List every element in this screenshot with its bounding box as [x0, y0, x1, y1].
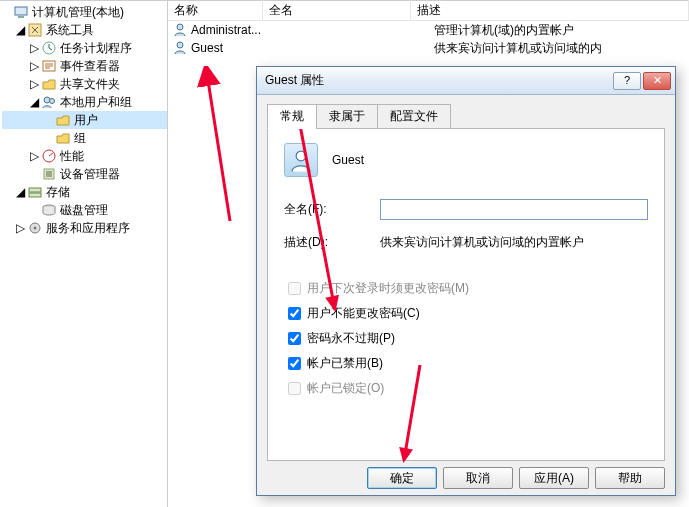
chk-label: 密码永不过期(P) [307, 330, 395, 347]
col-full[interactable]: 全名 [263, 0, 411, 21]
chk-label: 用户不能更改密码(C) [307, 305, 420, 322]
help-button-bottom[interactable]: 帮助 [595, 467, 665, 489]
chk-cannotchange-box[interactable] [288, 307, 301, 320]
list-header[interactable]: 名称 全名 描述 [168, 1, 689, 21]
tree-label: 性能 [60, 148, 84, 165]
svg-rect-0 [15, 7, 27, 15]
description-row: 描述(D): 供来宾访问计算机或访问域的内置帐户 [284, 234, 648, 251]
tree-label: 存储 [46, 184, 70, 201]
col-desc[interactable]: 描述 [411, 0, 689, 21]
tab-memberof[interactable]: 隶属于 [316, 104, 378, 129]
dialog-title: Guest 属性 [265, 72, 611, 89]
tree-root[interactable]: 计算机管理(本地) [2, 3, 167, 21]
chk-cannotchange[interactable]: 用户不能更改密码(C) [284, 304, 648, 323]
chk-mustchange: 用户下次登录时须更改密码(M) [284, 279, 648, 298]
tree-label: 系统工具 [46, 22, 94, 39]
tab-profile[interactable]: 配置文件 [377, 104, 451, 129]
cell-name: Guest [191, 41, 286, 55]
description-label: 描述(D): [284, 234, 380, 251]
collapse-icon: ◢ [30, 98, 39, 107]
tree-label: 任务计划程序 [60, 40, 132, 57]
cancel-button[interactable]: 取消 [443, 467, 513, 489]
fullname-input[interactable] [380, 199, 648, 220]
tree-label: 计算机管理(本地) [32, 4, 124, 21]
tree-label: 共享文件夹 [60, 76, 120, 93]
device-icon [41, 166, 57, 182]
twisty-icon [44, 116, 53, 125]
tree-label: 用户 [74, 112, 98, 129]
expand-icon: ▷ [16, 224, 25, 233]
chk-label: 帐户已禁用(B) [307, 355, 383, 372]
cell-desc: 供来宾访问计算机或访问域的内 [434, 40, 689, 57]
tree-perf[interactable]: ▷ 性能 [2, 147, 167, 165]
expand-icon: ▷ [30, 62, 39, 71]
tab-panel-general: Guest 全名(F): 描述(D): 供来宾访问计算机或访问域的内置帐户 用户… [267, 128, 665, 461]
chk-label: 帐户已锁定(O) [307, 380, 384, 397]
svg-point-5 [44, 97, 50, 103]
help-button[interactable]: ? [613, 72, 641, 90]
tree-label: 服务和应用程序 [46, 220, 130, 237]
chk-neverexpire[interactable]: 密码永不过期(P) [284, 329, 648, 348]
ok-button[interactable]: 确定 [367, 467, 437, 489]
col-name[interactable]: 名称 [168, 0, 263, 21]
svg-rect-11 [29, 193, 41, 197]
svg-rect-1 [18, 16, 24, 18]
tree-diskmgmt[interactable]: 磁盘管理 [2, 201, 167, 219]
tree-users[interactable]: 用户 [2, 111, 167, 129]
tree-tasksched[interactable]: ▷ 任务计划程序 [2, 39, 167, 57]
svg-rect-10 [29, 188, 41, 192]
chk-neverexpire-box[interactable] [288, 332, 301, 345]
tree-label: 设备管理器 [60, 166, 120, 183]
list-item[interactable]: Guest 供来宾访问计算机或访问域的内 [168, 39, 689, 57]
tree-label: 事件查看器 [60, 58, 120, 75]
svg-rect-9 [46, 171, 52, 177]
storage-icon [27, 184, 43, 200]
users-icon [41, 94, 57, 110]
list-item[interactable]: Administrat... 管理计算机(域)的内置帐户 [168, 21, 689, 39]
fullname-row: 全名(F): [284, 199, 648, 220]
svg-point-15 [177, 24, 183, 30]
tree-storage[interactable]: ◢ 存储 [2, 183, 167, 201]
tab-general[interactable]: 常规 [267, 104, 317, 129]
chk-disabled[interactable]: 帐户已禁用(B) [284, 354, 648, 373]
tree-label: 组 [74, 130, 86, 147]
folder-icon [55, 130, 71, 146]
dialog-titlebar[interactable]: Guest 属性 ? ✕ [257, 67, 675, 95]
twisty-icon [44, 134, 53, 143]
tools-icon [27, 22, 43, 38]
tree-servicesapps[interactable]: ▷ 服务和应用程序 [2, 219, 167, 237]
tree-label: 本地用户和组 [60, 94, 132, 111]
clock-icon [41, 40, 57, 56]
tree-label: 磁盘管理 [60, 202, 108, 219]
dialog-body: 常规 隶属于 配置文件 Guest 全名(F): 描述(D): 供来宾访问计算机… [257, 95, 675, 495]
nav-tree[interactable]: 计算机管理(本地) ◢ 系统工具 ▷ 任务计划程序 ▷ 事件查看器 ▷ 共享文件… [0, 1, 168, 507]
tree-devmgr[interactable]: 设备管理器 [2, 165, 167, 183]
chk-locked-box [288, 382, 301, 395]
apply-button[interactable]: 应用(A) [519, 467, 589, 489]
share-icon [41, 76, 57, 92]
twisty-icon [30, 206, 39, 215]
description-value: 供来宾访问计算机或访问域的内置帐户 [380, 234, 648, 251]
chk-mustchange-box [288, 282, 301, 295]
disk-icon [41, 202, 57, 218]
tab-strip: 常规 隶属于 配置文件 [267, 104, 665, 129]
collapse-icon: ◢ [16, 26, 25, 35]
svg-point-16 [177, 42, 183, 48]
tree-localusers[interactable]: ◢ 本地用户和组 [2, 93, 167, 111]
username-label: Guest [332, 153, 364, 167]
tree-groups[interactable]: 组 [2, 129, 167, 147]
expand-icon: ▷ [30, 80, 39, 89]
cell-desc: 管理计算机(域)的内置帐户 [434, 22, 689, 39]
svg-point-17 [296, 151, 306, 161]
tree-sharedfolders[interactable]: ▷ 共享文件夹 [2, 75, 167, 93]
cell-name: Administrat... [191, 23, 286, 37]
services-icon [27, 220, 43, 236]
properties-dialog: Guest 属性 ? ✕ 常规 隶属于 配置文件 Guest 全名(F): 描述… [256, 66, 676, 496]
close-button[interactable]: ✕ [643, 72, 671, 90]
user-icon [172, 40, 188, 56]
twisty-icon [30, 170, 39, 179]
chk-disabled-box[interactable] [288, 357, 301, 370]
tree-eventviewer[interactable]: ▷ 事件查看器 [2, 57, 167, 75]
tree-systools[interactable]: ◢ 系统工具 [2, 21, 167, 39]
user-header: Guest [284, 143, 648, 177]
